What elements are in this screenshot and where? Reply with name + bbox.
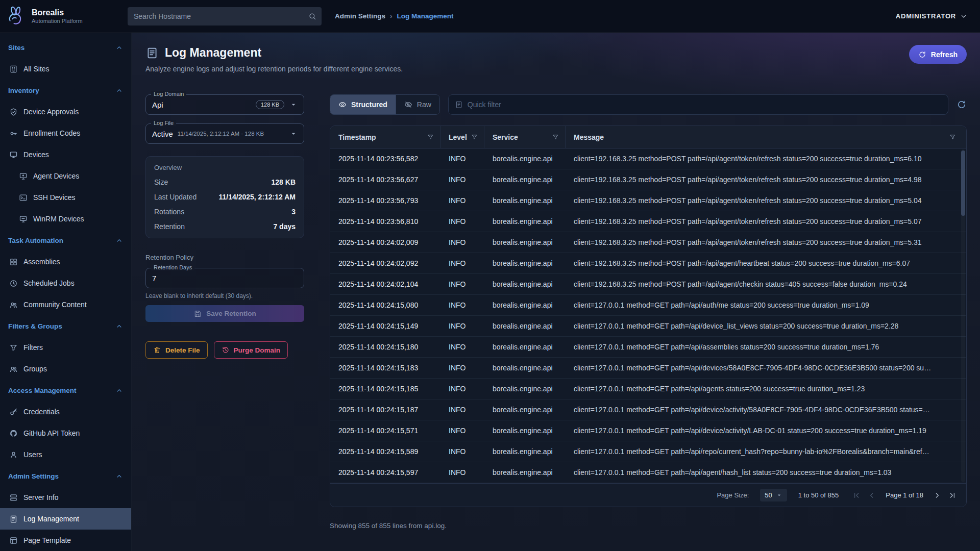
sidebar-item-filters[interactable]: Filters xyxy=(0,337,131,358)
purge-domain-button[interactable]: Purge Domain xyxy=(214,341,288,359)
log-file-select[interactable]: Log File Active 11/14/2025, 2:12:12 AM ·… xyxy=(145,123,304,144)
page-size-select[interactable]: 50 xyxy=(760,489,787,502)
sidebar-item-label: Devices xyxy=(23,151,49,159)
sidebar-item-community-content[interactable]: Community Content xyxy=(0,294,131,315)
topbar: Borealis Automation Platform Admin Setti… xyxy=(0,0,980,33)
first-page-button[interactable] xyxy=(850,489,863,502)
cell-timestamp: 2025-11-14 00:24:15,589 xyxy=(330,447,440,456)
brand: Borealis Automation Platform xyxy=(0,6,128,27)
quick-filter-input[interactable] xyxy=(468,101,942,109)
save-retention-button[interactable]: Save Retention xyxy=(145,305,304,322)
table-row[interactable]: 2025-11-14 00:24:15,180INFOborealis.engi… xyxy=(330,337,966,358)
sidebar-section-sites[interactable]: Sites xyxy=(0,37,131,58)
sidebar-section-inventory[interactable]: Inventory xyxy=(0,80,131,101)
sidebar-item-github-api-token[interactable]: GitHub API Token xyxy=(0,422,131,444)
cell-level: INFO xyxy=(440,280,484,288)
sidebar-item-credentials[interactable]: Credentials xyxy=(0,401,131,422)
cell-timestamp: 2025-11-14 00:24:15,571 xyxy=(330,427,440,435)
sidebar-item-devices[interactable]: Devices xyxy=(0,144,131,165)
cell-timestamp: 2025-11-14 00:24:15,185 xyxy=(330,385,440,393)
search-icon[interactable] xyxy=(308,12,316,20)
last-page-button[interactable] xyxy=(946,489,959,502)
cell-level: INFO xyxy=(440,217,484,226)
sidebar-item-groups[interactable]: Groups xyxy=(0,358,131,380)
search-input[interactable] xyxy=(128,7,322,26)
delete-file-button[interactable]: Delete File xyxy=(145,341,208,359)
sidebar-item-all-sites[interactable]: All Sites xyxy=(0,58,131,80)
column-header-level[interactable]: Level xyxy=(440,126,484,148)
cell-message: client=127.0.0.1 method=GET path=/api/ag… xyxy=(566,468,966,477)
sidebar-item-label: Assemblies xyxy=(23,258,60,266)
user-menu[interactable]: ADMINISTRATOR xyxy=(896,12,968,20)
chevron-up-icon xyxy=(115,322,123,330)
cell-message: client=127.0.0.1 method=GET path=/api/de… xyxy=(566,427,966,435)
log-domain-select[interactable]: Log Domain Api 128 KB xyxy=(145,94,304,115)
sidebar-item-enrollment-codes[interactable]: Enrollment Codes xyxy=(0,122,131,144)
sidebar-item-page-template[interactable]: Page Template xyxy=(0,530,131,551)
table-refresh-button[interactable] xyxy=(957,99,967,110)
sidebar-item-winrm-devices[interactable]: WinRM Devices xyxy=(0,208,131,230)
table-row[interactable]: 2025-11-14 00:24:15,589INFOborealis.engi… xyxy=(330,441,966,462)
cell-message: client=192.168.3.25 method=POST path=/ap… xyxy=(566,155,966,163)
column-header-timestamp[interactable]: Timestamp xyxy=(330,126,440,148)
table-row[interactable]: 2025-11-14 00:24:15,187INFOborealis.engi… xyxy=(330,399,966,420)
cell-service: borealis.engine.api xyxy=(484,468,566,477)
table-row[interactable]: 2025-11-14 00:23:56,810INFOborealis.engi… xyxy=(330,211,966,232)
sidebar-item-scheduled-jobs[interactable]: Scheduled Jobs xyxy=(0,272,131,294)
sidebar-section-access-management[interactable]: Access Management xyxy=(0,380,131,401)
table-row[interactable]: 2025-11-14 00:23:56,627INFOborealis.engi… xyxy=(330,169,966,190)
table-row[interactable]: 2025-11-14 00:24:15,183INFOborealis.engi… xyxy=(330,358,966,379)
lines-summary: Showing 855 of 855 lines from api.log. xyxy=(330,522,967,530)
structured-view-button[interactable]: Structured xyxy=(330,95,396,114)
cell-level: INFO xyxy=(440,155,484,163)
table-row[interactable]: 2025-11-14 00:23:56,582INFOborealis.engi… xyxy=(330,148,966,169)
column-header-message[interactable]: Message xyxy=(566,126,966,148)
column-header-service[interactable]: Service xyxy=(484,126,566,148)
breadcrumb-parent[interactable]: Admin Settings xyxy=(335,12,385,20)
sidebar-item-server-info[interactable]: Server Info xyxy=(0,487,131,508)
cell-message: client=127.0.0.1 method=GET path=/api/de… xyxy=(566,322,966,330)
sidebar-item-assemblies[interactable]: Assemblies xyxy=(0,251,131,272)
sidebar-section-task-automation[interactable]: Task Automation xyxy=(0,230,131,251)
table-row[interactable]: 2025-11-14 00:24:02,104INFOborealis.engi… xyxy=(330,274,966,295)
first-page-icon xyxy=(852,491,861,499)
table-row[interactable]: 2025-11-14 00:24:02,092INFOborealis.engi… xyxy=(330,253,966,274)
prev-page-icon xyxy=(868,491,876,499)
retention-days-input[interactable] xyxy=(152,274,298,283)
sidebar-item-ssh-devices[interactable]: SSH Devices xyxy=(0,187,131,208)
sidebar-item-label: Page Template xyxy=(23,536,71,544)
view-mode-toggle: Structured Raw xyxy=(330,94,440,115)
cell-timestamp: 2025-11-14 00:24:02,104 xyxy=(330,280,440,288)
breadcrumb: Admin Settings › Log Management xyxy=(335,12,454,20)
cell-service: borealis.engine.api xyxy=(484,155,566,163)
trash-icon xyxy=(153,346,161,354)
refresh-button[interactable]: Refresh xyxy=(909,45,967,64)
sidebar-section-filters-groups[interactable]: Filters & Groups xyxy=(0,315,131,337)
cell-level: INFO xyxy=(440,196,484,205)
cell-service: borealis.engine.api xyxy=(484,343,566,351)
sidebar-item-device-approvals[interactable]: Device Approvals xyxy=(0,101,131,122)
raw-view-button[interactable]: Raw xyxy=(396,95,439,114)
table-row[interactable]: 2025-11-14 00:24:15,571INFOborealis.engi… xyxy=(330,420,966,441)
table-row[interactable]: 2025-11-14 00:24:15,597INFOborealis.engi… xyxy=(330,462,966,483)
prev-page-button[interactable] xyxy=(865,489,878,502)
table-row[interactable]: 2025-11-14 00:24:15,185INFOborealis.engi… xyxy=(330,379,966,399)
table-row[interactable]: 2025-11-14 00:23:56,793INFOborealis.engi… xyxy=(330,190,966,211)
sidebar-item-log-management[interactable]: Log Management xyxy=(0,508,131,530)
table-row[interactable]: 2025-11-14 00:24:02,009INFOborealis.engi… xyxy=(330,232,966,253)
sidebar-section-admin-settings[interactable]: Admin Settings xyxy=(0,465,131,487)
log-file-label: Log File xyxy=(151,120,176,126)
cell-timestamp: 2025-11-14 00:23:56,582 xyxy=(330,155,440,163)
page-indicator: Page 1 of 18 xyxy=(886,491,923,499)
table-row[interactable]: 2025-11-14 00:24:15,149INFOborealis.engi… xyxy=(330,316,966,337)
table-row[interactable]: 2025-11-14 00:24:15,080INFOborealis.engi… xyxy=(330,295,966,316)
sidebar-item-users[interactable]: Users xyxy=(0,444,131,465)
save-retention-label: Save Retention xyxy=(206,310,256,317)
breadcrumb-current[interactable]: Log Management xyxy=(397,12,454,20)
sidebar-item-agent-devices[interactable]: Agent Devices xyxy=(0,165,131,187)
table-scrollbar-thumb[interactable] xyxy=(961,151,965,216)
sidebar-item-label: WinRM Devices xyxy=(33,215,84,223)
cell-level: INFO xyxy=(440,385,484,393)
log-column: Structured Raw xyxy=(330,86,967,551)
next-page-button[interactable] xyxy=(930,489,944,502)
